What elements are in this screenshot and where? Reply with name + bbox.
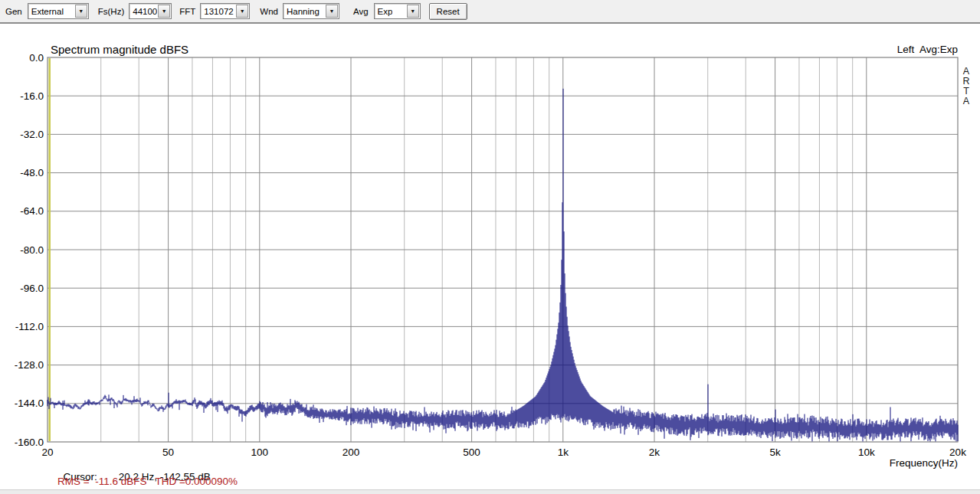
x-axis-title: Frequency(Hz) (890, 457, 958, 469)
svg-text:-160.0: -160.0 (15, 437, 44, 448)
svg-text:-64.0: -64.0 (20, 205, 44, 217)
axis-tick-labels: 0.0-16.0-32.0-48.0-64.0-80.0-96.0-112.0-… (15, 52, 966, 459)
svg-text:200: 200 (343, 447, 360, 458)
svg-text:-32.0: -32.0 (20, 129, 44, 140)
svg-text:-144.0: -144.0 (15, 397, 44, 409)
svg-text:100: 100 (251, 447, 269, 458)
svg-text:5k: 5k (769, 447, 781, 458)
svg-text:1k: 1k (558, 447, 569, 458)
svg-text:10k: 10k (858, 447, 875, 458)
svg-text:500: 500 (463, 447, 480, 458)
svg-text:2k: 2k (649, 447, 660, 458)
svg-text:-16.0: -16.0 (20, 90, 44, 102)
svg-text:-96.0: -96.0 (20, 283, 44, 294)
svg-text:20: 20 (41, 447, 53, 458)
svg-text:50: 50 (162, 447, 174, 458)
svg-text:-80.0: -80.0 (20, 244, 44, 256)
svg-text:0.0: 0.0 (29, 52, 44, 64)
arta-letter: A (961, 97, 972, 106)
rms-thd-readout: RMS = -11.6 dBFS THD =0.000090% (57, 476, 238, 487)
chart-title: Spectrum magnitude dBFS (51, 43, 188, 56)
svg-text:-128.0: -128.0 (15, 359, 44, 371)
spectrum-plot[interactable]: 0.0-16.0-32.0-48.0-64.0-80.0-96.0-112.0-… (0, 0, 980, 494)
svg-text:-48.0: -48.0 (20, 167, 44, 178)
svg-text:20k: 20k (949, 447, 966, 458)
channel-avg-info: Left Avg:Exp (897, 44, 958, 55)
spectrum-trace (48, 89, 958, 442)
svg-text:-112.0: -112.0 (15, 321, 44, 332)
grid (48, 57, 958, 442)
arta-logo: A R T A (961, 67, 972, 106)
window-bottom-edge (0, 489, 980, 494)
